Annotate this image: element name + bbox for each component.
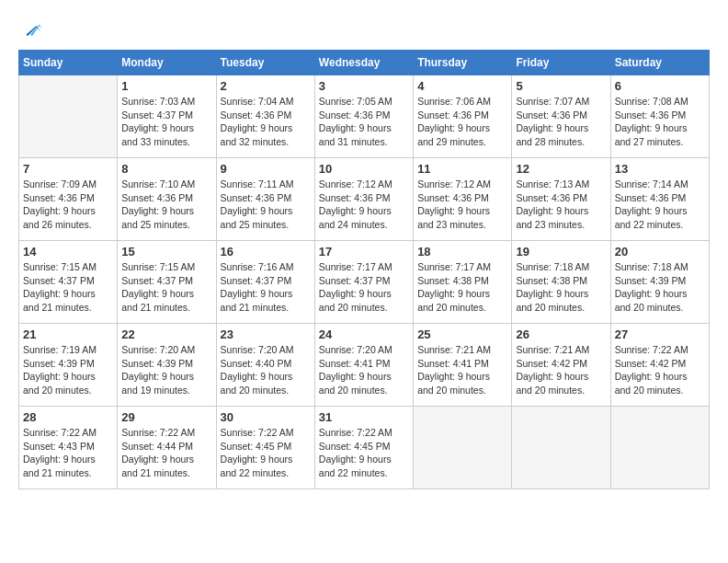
- day-info: Sunrise: 7:15 AMSunset: 4:37 PMDaylight:…: [121, 260, 211, 315]
- calendar-cell: 28Sunrise: 7:22 AMSunset: 4:43 PMDayligh…: [19, 407, 118, 489]
- day-header-friday: Friday: [512, 51, 610, 75]
- day-info: Sunrise: 7:11 AMSunset: 4:36 PMDaylight:…: [221, 178, 311, 232]
- calendar-cell: [512, 407, 610, 489]
- day-number: 7: [23, 162, 113, 176]
- day-number: 16: [221, 245, 311, 259]
- day-header-wednesday: Wednesday: [314, 51, 413, 75]
- day-header-sunday: Sunday: [19, 51, 118, 75]
- calendar-cell: 21Sunrise: 7:19 AMSunset: 4:39 PMDayligh…: [19, 324, 118, 407]
- day-info: Sunrise: 7:21 AMSunset: 4:42 PMDaylight:…: [516, 343, 606, 397]
- day-header-thursday: Thursday: [414, 51, 512, 75]
- day-number: 24: [319, 327, 409, 341]
- day-info: Sunrise: 7:21 AMSunset: 4:41 PMDaylight:…: [417, 343, 507, 397]
- day-number: 26: [516, 327, 606, 341]
- calendar-cell: 25Sunrise: 7:21 AMSunset: 4:41 PMDayligh…: [414, 324, 512, 407]
- day-number: 6: [615, 79, 705, 93]
- day-number: 14: [23, 245, 113, 259]
- day-number: 13: [615, 162, 705, 176]
- day-number: 30: [221, 410, 311, 424]
- day-info: Sunrise: 7:07 AMSunset: 4:36 PMDaylight:…: [516, 95, 606, 149]
- calendar-cell: 20Sunrise: 7:18 AMSunset: 4:39 PMDayligh…: [610, 241, 709, 324]
- calendar-week-row: 21Sunrise: 7:19 AMSunset: 4:39 PMDayligh…: [19, 324, 710, 407]
- day-info: Sunrise: 7:09 AMSunset: 4:36 PMDaylight:…: [23, 178, 113, 232]
- day-info: Sunrise: 7:22 AMSunset: 4:44 PMDaylight:…: [121, 426, 211, 480]
- day-info: Sunrise: 7:04 AMSunset: 4:36 PMDaylight:…: [221, 95, 311, 149]
- day-number: 20: [615, 245, 705, 259]
- calendar-cell: 12Sunrise: 7:13 AMSunset: 4:36 PMDayligh…: [512, 158, 610, 241]
- day-number: 17: [319, 245, 409, 259]
- calendar-cell: 22Sunrise: 7:20 AMSunset: 4:39 PMDayligh…: [118, 324, 216, 407]
- day-info: Sunrise: 7:22 AMSunset: 4:43 PMDaylight:…: [23, 426, 113, 480]
- day-number: 27: [615, 327, 705, 341]
- day-info: Sunrise: 7:17 AMSunset: 4:38 PMDaylight:…: [417, 260, 507, 315]
- day-info: Sunrise: 7:18 AMSunset: 4:39 PMDaylight:…: [615, 260, 705, 315]
- day-number: 12: [516, 162, 606, 176]
- calendar-cell: 9Sunrise: 7:11 AMSunset: 4:36 PMDaylight…: [216, 158, 314, 241]
- calendar-table: SundayMondayTuesdayWednesdayThursdayFrid…: [18, 50, 710, 489]
- day-number: 28: [23, 410, 113, 424]
- day-info: Sunrise: 7:18 AMSunset: 4:38 PMDaylight:…: [516, 260, 606, 315]
- day-info: Sunrise: 7:06 AMSunset: 4:36 PMDaylight:…: [417, 95, 507, 149]
- calendar-cell: 16Sunrise: 7:16 AMSunset: 4:37 PMDayligh…: [216, 241, 314, 324]
- calendar-header-row: SundayMondayTuesdayWednesdayThursdayFrid…: [19, 51, 710, 75]
- calendar-cell: 29Sunrise: 7:22 AMSunset: 4:44 PMDayligh…: [118, 407, 216, 489]
- day-info: Sunrise: 7:22 AMSunset: 4:45 PMDaylight:…: [221, 426, 311, 480]
- day-info: Sunrise: 7:19 AMSunset: 4:39 PMDaylight:…: [23, 343, 113, 397]
- calendar-cell: [610, 407, 709, 489]
- calendar-cell: 18Sunrise: 7:17 AMSunset: 4:38 PMDayligh…: [414, 241, 512, 324]
- day-number: 9: [221, 162, 311, 176]
- calendar-week-row: 14Sunrise: 7:15 AMSunset: 4:37 PMDayligh…: [19, 241, 710, 324]
- day-header-tuesday: Tuesday: [216, 51, 314, 75]
- calendar-cell: 7Sunrise: 7:09 AMSunset: 4:36 PMDaylight…: [19, 158, 118, 241]
- calendar-cell: 11Sunrise: 7:12 AMSunset: 4:36 PMDayligh…: [414, 158, 512, 241]
- day-number: 29: [121, 410, 211, 424]
- calendar-cell: 24Sunrise: 7:20 AMSunset: 4:41 PMDayligh…: [314, 324, 413, 407]
- calendar-cell: 19Sunrise: 7:18 AMSunset: 4:38 PMDayligh…: [512, 241, 610, 324]
- day-number: 11: [417, 162, 507, 176]
- day-info: Sunrise: 7:20 AMSunset: 4:39 PMDaylight:…: [121, 343, 211, 397]
- day-number: 23: [221, 327, 311, 341]
- day-info: Sunrise: 7:22 AMSunset: 4:45 PMDaylight:…: [319, 426, 409, 480]
- day-number: 31: [319, 410, 409, 424]
- day-info: Sunrise: 7:08 AMSunset: 4:36 PMDaylight:…: [615, 95, 705, 149]
- day-info: Sunrise: 7:15 AMSunset: 4:37 PMDaylight:…: [23, 260, 113, 315]
- calendar-cell: 14Sunrise: 7:15 AMSunset: 4:37 PMDayligh…: [19, 241, 118, 324]
- day-number: 10: [319, 162, 409, 176]
- day-info: Sunrise: 7:20 AMSunset: 4:40 PMDaylight:…: [221, 343, 311, 397]
- day-number: 19: [516, 245, 606, 259]
- day-number: 15: [121, 245, 211, 259]
- calendar-week-row: 28Sunrise: 7:22 AMSunset: 4:43 PMDayligh…: [19, 407, 710, 489]
- day-number: 1: [121, 79, 211, 93]
- calendar-cell: 17Sunrise: 7:17 AMSunset: 4:37 PMDayligh…: [314, 241, 413, 324]
- calendar-cell: 2Sunrise: 7:04 AMSunset: 4:36 PMDaylight…: [216, 75, 314, 158]
- calendar-cell: 10Sunrise: 7:12 AMSunset: 4:36 PMDayligh…: [314, 158, 413, 241]
- calendar-cell: 6Sunrise: 7:08 AMSunset: 4:36 PMDaylight…: [610, 75, 709, 158]
- day-number: 5: [516, 79, 606, 93]
- calendar-cell: 26Sunrise: 7:21 AMSunset: 4:42 PMDayligh…: [512, 324, 610, 407]
- day-info: Sunrise: 7:17 AMSunset: 4:37 PMDaylight:…: [319, 260, 409, 315]
- calendar-cell: [19, 75, 118, 158]
- day-info: Sunrise: 7:22 AMSunset: 4:42 PMDaylight:…: [615, 343, 705, 397]
- calendar-week-row: 1Sunrise: 7:03 AMSunset: 4:37 PMDaylight…: [19, 75, 710, 158]
- day-number: 25: [417, 327, 507, 341]
- day-number: 4: [417, 79, 507, 93]
- day-info: Sunrise: 7:13 AMSunset: 4:36 PMDaylight:…: [516, 178, 606, 232]
- calendar-week-row: 7Sunrise: 7:09 AMSunset: 4:36 PMDaylight…: [19, 158, 710, 241]
- calendar-cell: 15Sunrise: 7:15 AMSunset: 4:37 PMDayligh…: [118, 241, 216, 324]
- day-header-saturday: Saturday: [610, 51, 709, 75]
- calendar-cell: 13Sunrise: 7:14 AMSunset: 4:36 PMDayligh…: [610, 158, 709, 241]
- calendar-cell: [414, 407, 512, 489]
- calendar-cell: 3Sunrise: 7:05 AMSunset: 4:36 PMDaylight…: [314, 75, 413, 158]
- calendar-cell: 1Sunrise: 7:03 AMSunset: 4:37 PMDaylight…: [118, 75, 216, 158]
- calendar-cell: 5Sunrise: 7:07 AMSunset: 4:36 PMDaylight…: [512, 75, 610, 158]
- logo: [18, 18, 42, 40]
- svg-marker-0: [26, 26, 40, 36]
- calendar-cell: 27Sunrise: 7:22 AMSunset: 4:42 PMDayligh…: [610, 324, 709, 407]
- page-header: [18, 18, 710, 40]
- day-info: Sunrise: 7:12 AMSunset: 4:36 PMDaylight:…: [319, 178, 409, 232]
- day-number: 8: [121, 162, 211, 176]
- day-info: Sunrise: 7:10 AMSunset: 4:36 PMDaylight:…: [121, 178, 211, 232]
- day-number: 21: [23, 327, 113, 341]
- day-info: Sunrise: 7:14 AMSunset: 4:36 PMDaylight:…: [615, 178, 705, 232]
- day-number: 22: [121, 327, 211, 341]
